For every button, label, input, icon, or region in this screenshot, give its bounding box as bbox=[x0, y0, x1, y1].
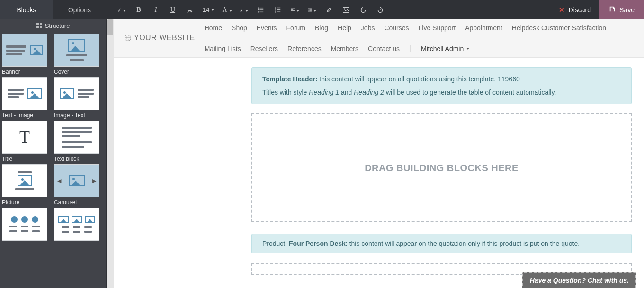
image-icon[interactable] bbox=[342, 6, 350, 14]
align-icon[interactable] bbox=[291, 6, 299, 14]
svg-rect-12 bbox=[291, 8, 295, 9]
highlight-icon[interactable] bbox=[240, 6, 248, 14]
save-icon bbox=[609, 6, 616, 14]
underline-icon[interactable]: U bbox=[169, 6, 177, 14]
discard-label: Discard bbox=[569, 6, 591, 14]
redo-icon[interactable] bbox=[376, 6, 385, 14]
section-heading-structure: Structure bbox=[0, 19, 106, 32]
close-icon: ✕ bbox=[559, 6, 565, 14]
blocks-panel: Structure Banner bbox=[0, 19, 107, 288]
editor-toolbar: Blocks Options B I U 14 A 123 bbox=[0, 0, 644, 19]
nav-link[interactable]: Home bbox=[205, 24, 222, 32]
nav-link[interactable]: Appointment bbox=[465, 24, 502, 32]
nav-link[interactable]: Shop bbox=[232, 24, 247, 32]
site-nav: HomeShopEventsForumBlogHelpJobsCoursesLi… bbox=[205, 24, 634, 52]
svg-rect-5 bbox=[260, 11, 264, 12]
editor-canvas: YOUR WEBSITE HomeShopEventsForumBlogHelp… bbox=[114, 19, 644, 288]
site-header: YOUR WEBSITE HomeShopEventsForumBlogHelp… bbox=[114, 19, 644, 58]
toolbar-formatting: B I U 14 A 123 bbox=[106, 0, 385, 19]
svg-point-4 bbox=[258, 11, 259, 12]
save-label: Save bbox=[619, 6, 635, 14]
block-text-image[interactable]: Text - Image bbox=[2, 77, 52, 119]
chat-widget[interactable]: Have a Question? Chat with us. bbox=[522, 272, 636, 288]
nav-link[interactable]: References bbox=[287, 45, 322, 52]
dropzone-main[interactable]: DRAG BUILDING BLOCKS HERE bbox=[251, 113, 632, 222]
block-title[interactable]: T Title bbox=[2, 121, 52, 162]
nav-link[interactable]: Events bbox=[257, 24, 277, 32]
svg-rect-11 bbox=[277, 11, 281, 12]
block-gallery[interactable] bbox=[54, 208, 104, 241]
svg-rect-7 bbox=[277, 7, 281, 8]
nav-link[interactable]: Live Support bbox=[419, 24, 456, 32]
svg-rect-14 bbox=[291, 10, 295, 11]
svg-rect-1 bbox=[260, 7, 264, 8]
nav-link[interactable]: Help bbox=[338, 24, 351, 32]
svg-rect-13 bbox=[291, 9, 293, 9]
ordered-list-icon[interactable]: 123 bbox=[274, 6, 282, 14]
nav-link[interactable]: Members bbox=[331, 45, 358, 52]
svg-point-0 bbox=[258, 7, 259, 8]
unordered-list-icon[interactable] bbox=[257, 6, 265, 14]
site-brand[interactable]: YOUR WEBSITE bbox=[125, 34, 195, 42]
side-panel-scrollbar[interactable] bbox=[107, 19, 114, 288]
block-carousel[interactable]: ◀▶ Carousel bbox=[54, 164, 104, 206]
nav-link[interactable]: Contact us bbox=[368, 45, 400, 52]
nav-link[interactable]: Mitchell Admin bbox=[421, 45, 469, 52]
nav-link[interactable]: Helpdesk Customer Satisfaction bbox=[512, 24, 606, 32]
tab-options[interactable]: Options bbox=[53, 0, 106, 19]
svg-rect-15 bbox=[308, 8, 312, 11]
template-header-box: Template Header: this content will appea… bbox=[251, 67, 632, 104]
nav-link[interactable]: Resellers bbox=[250, 45, 278, 52]
italic-icon[interactable]: I bbox=[152, 6, 160, 14]
svg-rect-9 bbox=[277, 9, 281, 10]
scroll-thumb[interactable] bbox=[107, 19, 113, 35]
font-color-icon[interactable]: A bbox=[223, 6, 231, 14]
nav-link[interactable]: Forum bbox=[286, 24, 305, 32]
nav-link[interactable]: Jobs bbox=[361, 24, 375, 32]
nav-link[interactable]: Blog bbox=[315, 24, 328, 32]
bold-icon[interactable]: B bbox=[134, 6, 143, 14]
link-icon[interactable] bbox=[325, 6, 333, 14]
mosaic-icon bbox=[36, 23, 42, 28]
tab-blocks[interactable]: Blocks bbox=[0, 0, 53, 19]
font-size-dropdown[interactable]: 14 bbox=[203, 6, 214, 13]
block-columns[interactable] bbox=[2, 208, 52, 241]
nav-link[interactable]: Courses bbox=[384, 24, 409, 32]
block-picture[interactable]: Picture bbox=[2, 164, 52, 206]
clear-format-icon[interactable] bbox=[186, 6, 194, 14]
svg-text:3: 3 bbox=[275, 11, 276, 13]
nav-link[interactable]: Mailing Lists bbox=[205, 45, 241, 52]
block-text-block[interactable]: Text block bbox=[54, 121, 104, 162]
svg-point-21 bbox=[344, 8, 345, 9]
svg-rect-3 bbox=[260, 9, 264, 10]
discard-button[interactable]: ✕ Discard bbox=[550, 0, 599, 19]
product-box: Product: Four Person Desk: this content … bbox=[251, 234, 632, 253]
block-banner[interactable]: Banner bbox=[2, 34, 52, 75]
undo-icon[interactable] bbox=[359, 6, 367, 14]
globe-icon bbox=[125, 35, 131, 41]
save-button[interactable]: Save bbox=[599, 0, 644, 19]
svg-point-2 bbox=[258, 9, 259, 10]
block-cover[interactable]: Cover bbox=[54, 34, 104, 75]
block-image-text[interactable]: Image - Text bbox=[54, 77, 104, 119]
table-icon[interactable] bbox=[308, 6, 316, 14]
magic-wand-icon[interactable] bbox=[117, 6, 126, 14]
